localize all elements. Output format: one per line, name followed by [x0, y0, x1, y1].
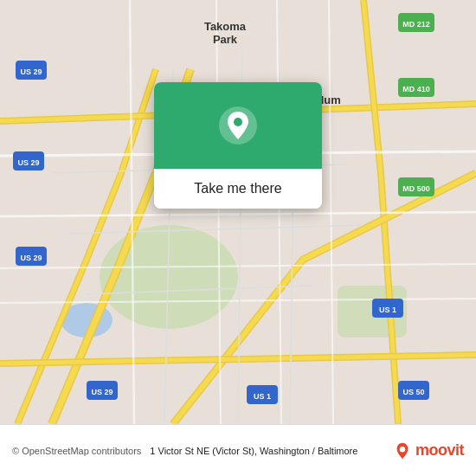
map-container: US 29 US 29 US 29 US 29 US 1 US 1 MD 212…: [0, 0, 476, 424]
svg-point-29: [400, 446, 405, 451]
svg-text:MD 410: MD 410: [402, 85, 430, 93]
svg-text:MD 212: MD 212: [402, 20, 430, 29]
svg-text:US 29: US 29: [20, 254, 42, 262]
attribution-text: © OpenStreetMap contributors: [12, 446, 141, 456]
svg-text:MD 500: MD 500: [402, 184, 430, 193]
popup-header: [154, 82, 322, 169]
svg-text:US 29: US 29: [20, 68, 42, 76]
map-svg: US 29 US 29 US 29 US 29 US 1 US 1 MD 212…: [0, 0, 476, 424]
moovit-wordmark: moovit: [415, 441, 464, 460]
svg-text:Takoma: Takoma: [204, 20, 247, 33]
svg-text:US 1: US 1: [379, 306, 396, 314]
location-pin-icon: [217, 105, 259, 146]
address-section: © OpenStreetMap contributors: [12, 446, 141, 456]
svg-text:US 29: US 29: [17, 158, 39, 167]
popup-card: Take me there: [154, 82, 322, 209]
svg-text:US 50: US 50: [402, 388, 424, 396]
svg-text:Park: Park: [213, 33, 238, 46]
svg-text:US 1: US 1: [254, 392, 271, 401]
svg-point-28: [234, 118, 242, 126]
address-text: 1 Victor St NE (Victor St), Washington /…: [150, 446, 357, 456]
svg-text:US 29: US 29: [91, 388, 113, 396]
take-me-there-button[interactable]: Take me there: [154, 169, 322, 209]
bottom-bar: © OpenStreetMap contributors 1 Victor St…: [0, 424, 476, 476]
moovit-pin-icon: [393, 441, 412, 460]
moovit-logo: moovit: [393, 441, 464, 460]
